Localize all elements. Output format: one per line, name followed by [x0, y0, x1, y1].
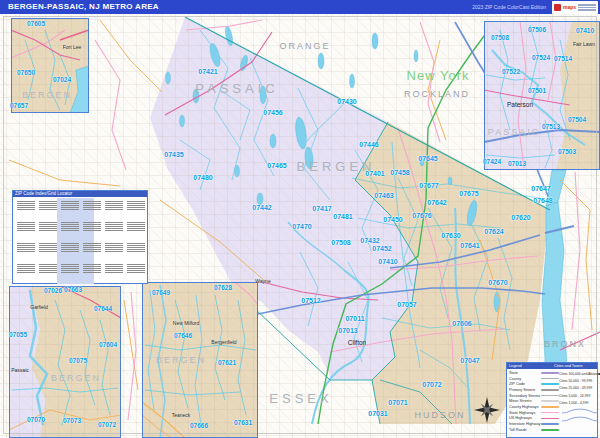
legend-city-item: Cities 1,000 - 4,999City — [559, 400, 600, 407]
legend-city-item: Cities 25,000 - 49,999City — [559, 385, 600, 392]
logo-text: maps — [563, 5, 576, 10]
legend-city-item: Cities 50,000 - 99,999•City — [559, 377, 600, 384]
publisher-logo: maps — [552, 1, 598, 14]
compass-rose-icon — [474, 397, 500, 423]
legend-city-item: Cities 5,000 - 24,999City — [559, 392, 600, 399]
legend-city-item: Cities 100,000 and Above•City — [559, 370, 600, 377]
edition-label: 2023 ZIP Code ColorCast Edition — [472, 0, 546, 14]
legend-header-right: Cities and Towns — [552, 363, 597, 369]
zip-index-panel: ZIP Code Index/Grid Locator — [12, 190, 148, 284]
legend-header-left: Legend — [507, 363, 552, 369]
legend-city-items: Cities 100,000 and Above•CityCities 50,0… — [559, 370, 600, 407]
legend-scale-bars — [559, 408, 600, 423]
zip-index-header: ZIP Code Index/Grid Locator — [13, 191, 147, 197]
zip-index-body — [14, 198, 146, 284]
legend-header: Legend Cities and Towns — [507, 363, 597, 369]
logo-address-lines — [578, 4, 596, 11]
legend-line-items: StateCountyZIP CodePrimary StreetsSecond… — [509, 370, 559, 433]
map-legend: Legend Cities and Towns StateCountyZIP C… — [506, 362, 598, 438]
title-bar: BERGEN-PASSAIC, NJ METRO AREA 2023 ZIP C… — [0, 0, 600, 14]
logo-mark-icon — [554, 4, 561, 11]
legend-line-item: Toll Roads — [509, 427, 559, 433]
map-title: BERGEN-PASSAIC, NJ METRO AREA — [8, 0, 159, 14]
